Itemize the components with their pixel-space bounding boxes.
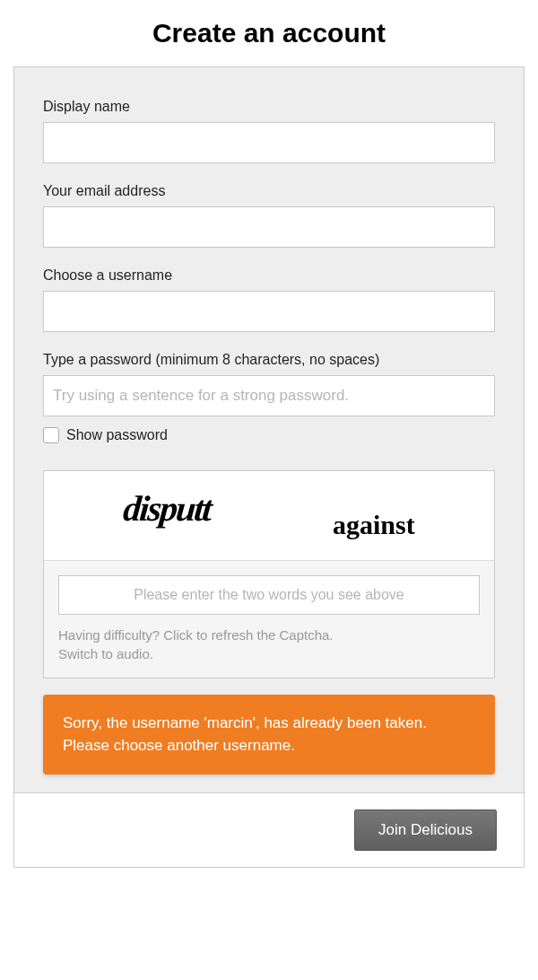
captcha-audio-link[interactable]: Switch to audio.: [58, 646, 153, 661]
page-title: Create an account: [13, 18, 525, 48]
form-body: Display name Your email address Choose a…: [14, 67, 524, 792]
username-label: Choose a username: [43, 267, 495, 284]
captcha-refresh-link[interactable]: Having difficulty? Click to refresh the …: [58, 627, 334, 643]
username-input[interactable]: [43, 291, 495, 332]
error-message: Sorry, the username 'marcin', has alread…: [43, 695, 495, 774]
display-name-label: Display name: [43, 99, 495, 115]
password-label: Type a password (minimum 8 characters, n…: [43, 352, 495, 368]
captcha-input[interactable]: [58, 575, 480, 615]
captcha-help-text: Having difficulty? Click to refresh the …: [58, 626, 480, 663]
signup-form: Display name Your email address Choose a…: [13, 66, 525, 868]
captcha-input-section: Having difficulty? Click to refresh the …: [44, 561, 494, 678]
form-footer: Join Delicious: [14, 792, 524, 867]
password-field-group: Type a password (minimum 8 characters, n…: [43, 352, 495, 416]
join-button[interactable]: Join Delicious: [354, 809, 497, 851]
display-name-field-group: Display name: [43, 99, 495, 163]
email-label: Your email address: [43, 183, 495, 199]
captcha-word-2: against: [333, 510, 415, 540]
captcha-word-1: disputt: [122, 487, 213, 529]
email-field-group: Your email address: [43, 183, 495, 248]
email-input[interactable]: [43, 206, 495, 248]
show-password-checkbox[interactable]: [43, 427, 59, 443]
show-password-row: Show password: [43, 427, 495, 443]
captcha-image: disputt against: [44, 471, 494, 561]
captcha-container: disputt against Having difficulty? Click…: [43, 470, 495, 678]
show-password-label: Show password: [66, 427, 168, 443]
username-field-group: Choose a username: [43, 267, 495, 332]
password-input[interactable]: [43, 375, 495, 416]
display-name-input[interactable]: [43, 122, 495, 163]
